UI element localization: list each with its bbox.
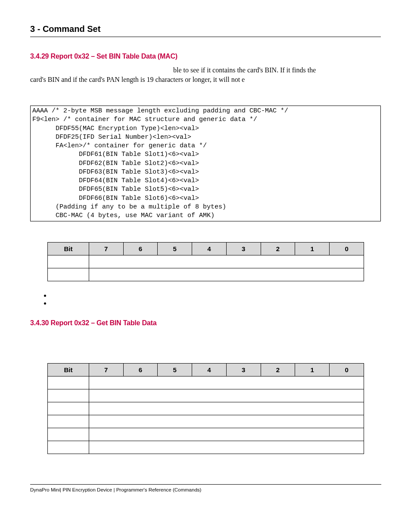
footer-text: DynaPro Mini| PIN Encryption Device | Pr…: [30, 487, 201, 492]
table-row: [48, 255, 364, 268]
para-fragment-1: ble to see if it contains the card's BIN…: [173, 66, 316, 74]
col-2: 2: [261, 243, 295, 255]
header-rule: [30, 37, 381, 37]
col-3: 3: [226, 243, 261, 255]
bullet-list: [30, 292, 381, 307]
table-header-row: Bit 7 6 5 4 3 2 1 0: [48, 364, 364, 376]
table-row: [48, 376, 364, 389]
col-5: 5: [158, 243, 192, 255]
col-0: 0: [330, 364, 364, 376]
page-header-title: 3 - Command Set: [30, 24, 381, 34]
col-2: 2: [261, 364, 295, 376]
table-header-row: Bit 7 6 5 4 3 2 1 0: [48, 243, 364, 255]
para-fragment-2: card's BIN and if the card's PAN length …: [30, 75, 381, 84]
col-4: 4: [192, 243, 227, 255]
table-row: [48, 389, 364, 402]
table-row: [48, 428, 364, 441]
section-heading-set-bin: 3.4.29 Report 0x32 – Set BIN Table Data …: [30, 53, 381, 60]
list-item: [51, 299, 381, 307]
col-1: 1: [295, 243, 330, 255]
table-row: [48, 415, 364, 428]
list-item: [51, 292, 381, 299]
col-7: 7: [89, 243, 123, 255]
table-row: [48, 268, 364, 281]
col-4: 4: [192, 364, 227, 376]
body-paragraph: ble to see if it contains the card's BIN…: [30, 65, 381, 84]
col-6: 6: [123, 243, 158, 255]
col-3: 3: [226, 364, 261, 376]
col-6: 6: [123, 364, 158, 376]
table-row: [48, 441, 364, 454]
code-block: AAAA /* 2-byte MSB message length exclud…: [30, 106, 381, 221]
section-heading-get-bin: 3.4.30 Report 0x32 – Get BIN Table Data: [30, 319, 381, 327]
col-7: 7: [89, 364, 123, 376]
col-bit: Bit: [48, 243, 89, 255]
usage-table-set: Bit 7 6 5 4 3 2 1 0: [47, 242, 364, 281]
usage-table-get: Bit 7 6 5 4 3 2 1 0: [47, 363, 364, 454]
table-row: [48, 402, 364, 415]
col-1: 1: [295, 364, 330, 376]
col-5: 5: [158, 364, 192, 376]
col-bit: Bit: [48, 364, 89, 376]
col-0: 0: [330, 243, 364, 255]
footer-rule: [30, 484, 381, 485]
